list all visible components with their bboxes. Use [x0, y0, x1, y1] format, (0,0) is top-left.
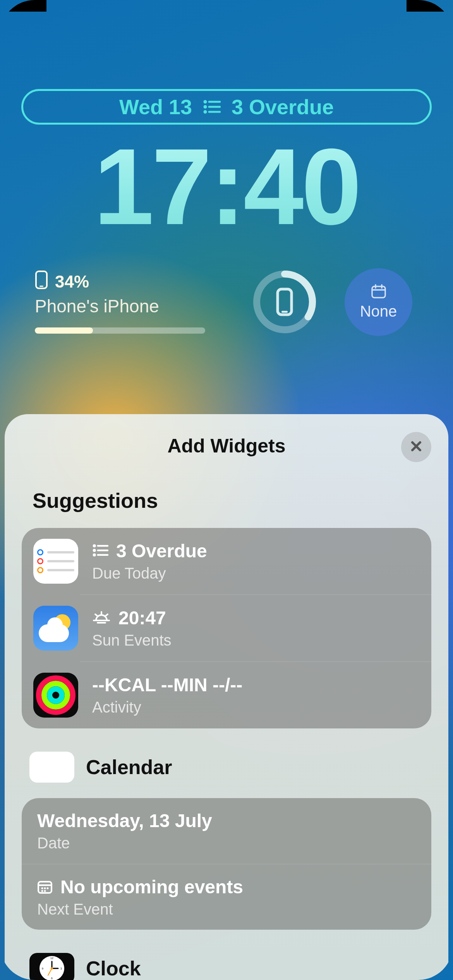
clock-time[interactable]: 17:40: [94, 132, 359, 241]
svg-point-37: [41, 890, 43, 892]
calendar-app-icon: [29, 752, 74, 783]
svg-point-4: [204, 111, 206, 113]
battery-percent: 34%: [55, 272, 89, 291]
svg-text:12: 12: [50, 957, 53, 959]
suggestion-title: --KCAL --MIN --/--: [92, 674, 242, 696]
svg-point-34: [41, 887, 43, 889]
battery-bar-fill: [35, 327, 93, 334]
reminders-app-icon: [33, 539, 78, 584]
device-name: Phone's iPhone: [35, 296, 244, 317]
calendar-header-label: Calendar: [86, 756, 172, 779]
suggestions-card: 3 Overdue Due Today 20:47 Sun Events: [22, 528, 431, 728]
clock-app-icon: 12369: [29, 953, 74, 980]
list-icon: [203, 99, 221, 115]
svg-point-2: [204, 106, 206, 108]
close-button[interactable]: [401, 432, 431, 462]
calendar-icon: [371, 284, 386, 300]
sheet-header: Add Widgets: [22, 430, 431, 461]
svg-line-27: [106, 614, 108, 616]
suggestion-activity[interactable]: --KCAL --MIN --/-- Activity: [80, 661, 431, 728]
date-overdue-pill[interactable]: Wed 13 3 Overdue: [21, 89, 432, 125]
svg-point-20: [94, 550, 95, 551]
overdue-label: 3 Overdue: [232, 95, 334, 119]
close-icon: [408, 439, 424, 456]
none-label: None: [360, 303, 397, 320]
list-icon: [92, 540, 108, 562]
calendar-card: Wednesday, 13 July Date No upcoming even…: [22, 798, 431, 930]
svg-text:3: 3: [60, 967, 62, 970]
suggestion-title: 3 Overdue: [116, 540, 207, 562]
svg-point-47: [51, 967, 53, 970]
calendar-item-title: No upcoming events: [60, 876, 243, 898]
battery-widget[interactable]: 34% Phone's iPhone: [35, 270, 244, 334]
svg-point-31: [50, 689, 62, 701]
date-label: Wed 13: [119, 95, 192, 119]
suggestion-subtitle: Sun Events: [92, 632, 172, 649]
svg-text:9: 9: [42, 967, 43, 970]
calendar-next-event-widget[interactable]: No upcoming events Next Event: [22, 864, 431, 930]
svg-point-35: [44, 887, 46, 889]
svg-point-0: [204, 101, 206, 103]
suggestion-subtitle: Due Today: [92, 565, 207, 582]
svg-rect-12: [372, 286, 385, 298]
calendar-date-widget[interactable]: Wednesday, 13 July Date: [22, 798, 431, 864]
calendar-none-widget[interactable]: None: [345, 268, 412, 336]
phone-icon: [35, 270, 48, 293]
svg-rect-11: [281, 311, 288, 313]
activity-app-icon: [33, 673, 78, 718]
suggestion-title: 20:47: [118, 607, 166, 629]
sunset-icon: [92, 607, 111, 629]
sheet-title: Add Widgets: [167, 435, 285, 457]
battery-bar: [35, 327, 205, 334]
calendar-item-subtitle: Next Event: [37, 901, 243, 918]
svg-point-22: [94, 554, 95, 556]
svg-point-38: [44, 890, 46, 892]
lockscreen-area: Wed 13 3 Overdue 17:40: [0, 89, 453, 241]
calendar-item-subtitle: Date: [37, 834, 212, 852]
clock-header-label: Clock: [86, 957, 141, 980]
suggestion-subtitle: Activity: [92, 699, 242, 716]
clock-section-header[interactable]: 12369 Clock: [29, 953, 431, 980]
svg-text:6: 6: [51, 977, 53, 980]
svg-rect-7: [39, 286, 43, 287]
battery-ring-widget[interactable]: [252, 269, 317, 335]
add-widgets-sheet: Add Widgets Suggestions 3: [5, 414, 448, 980]
svg-line-26: [95, 614, 97, 616]
calendar-item-title: Wednesday, 13 July: [37, 810, 212, 831]
calendar-small-icon: [37, 879, 53, 894]
suggestion-weather[interactable]: 20:47 Sun Events: [80, 595, 431, 661]
suggestions-header: Suggestions: [33, 488, 431, 512]
lockscreen-widget-row: 34% Phone's iPhone None: [35, 263, 418, 341]
svg-point-36: [47, 887, 49, 889]
svg-point-18: [94, 545, 95, 547]
suggestion-reminders[interactable]: 3 Overdue Due Today: [22, 528, 431, 595]
calendar-section-header[interactable]: Calendar: [29, 752, 431, 783]
weather-app-icon: [33, 606, 78, 651]
